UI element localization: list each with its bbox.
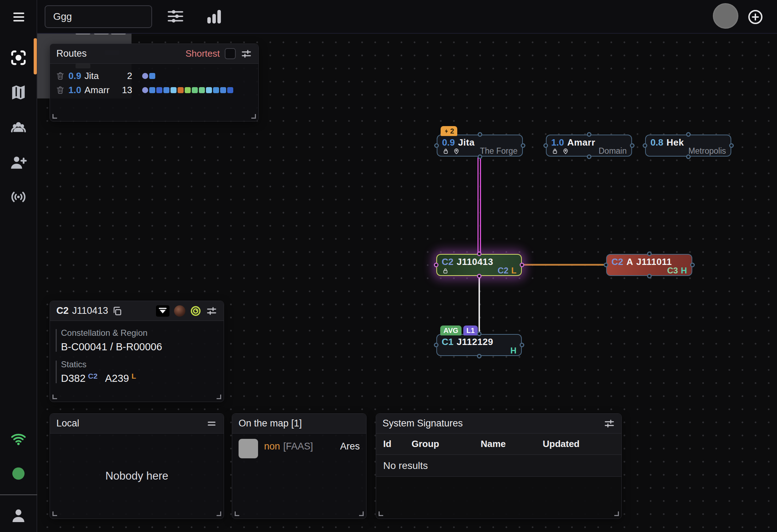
node-region: The Forge <box>480 147 518 155</box>
system-name-label: J110413 <box>72 305 108 316</box>
signatures-header[interactable]: System Signatures <box>376 414 621 434</box>
signatures-column-group[interactable]: Group <box>412 438 481 449</box>
connection-handle[interactable] <box>643 143 647 148</box>
local-menu-icon[interactable] <box>206 418 217 429</box>
signatures-column-id[interactable]: Id <box>383 438 412 449</box>
sidebar-item-map[interactable] <box>10 84 27 101</box>
map-node-hek[interactable]: 0.8 Hek Metropolis <box>645 135 731 157</box>
shortest-label: Shortest <box>185 48 220 59</box>
routes-list: 0.9 Jita 2 1.0 Amarr 13 <box>50 64 258 121</box>
connection-handle[interactable] <box>520 263 524 267</box>
routes-panel: Routes Shortest 0.9 Jita 2 1.0 Amarr 13 <box>50 44 259 121</box>
resize-handle[interactable] <box>217 511 221 516</box>
connection-handle[interactable] <box>434 343 438 347</box>
route-system-name[interactable]: Amarr <box>84 85 110 96</box>
signatures-title: System Signatures <box>382 418 463 429</box>
connection-handle[interactable] <box>477 251 481 256</box>
sidebar <box>0 0 37 532</box>
rings-icon[interactable] <box>190 305 201 317</box>
active-tab-indicator <box>34 38 37 74</box>
connection-handle[interactable] <box>520 343 524 347</box>
sidebar-item-focus[interactable] <box>10 49 27 67</box>
connection-handle[interactable] <box>647 251 652 256</box>
local-panel: Local Nobody here <box>50 413 224 519</box>
triangle-box-icon[interactable] <box>156 305 169 317</box>
connection-handle[interactable] <box>587 132 591 137</box>
map-node-J110413[interactable]: C2 J110413 C2L <box>436 254 522 276</box>
sidebar-item-characters[interactable] <box>10 119 27 137</box>
plus-circle-icon[interactable] <box>747 9 764 26</box>
route-system-name[interactable]: Jita <box>84 70 99 81</box>
route-jump-mark <box>220 87 226 93</box>
chart-icon[interactable] <box>205 6 224 26</box>
local-empty-text: Nobody here <box>50 434 224 519</box>
route-jump-mark <box>156 87 162 93</box>
resize-handle[interactable] <box>359 511 364 516</box>
statics-value: D382C2A239L <box>61 373 218 384</box>
resize-handle[interactable] <box>251 114 256 119</box>
routes-settings-icon[interactable] <box>241 48 252 60</box>
connection-handle[interactable] <box>647 274 652 278</box>
connection-handle[interactable] <box>434 263 438 267</box>
connection-handle[interactable] <box>434 143 439 148</box>
node-badge: AVG <box>440 326 462 335</box>
connection-handle[interactable] <box>477 154 482 159</box>
connection-handle[interactable] <box>630 143 635 148</box>
resize-handle[interactable] <box>217 395 221 399</box>
menu-icon[interactable] <box>11 11 27 23</box>
faction-avatar <box>174 305 185 317</box>
local-panel-header[interactable]: Local <box>50 414 224 434</box>
signatures-column-name[interactable]: Name <box>481 438 543 449</box>
connection-handle[interactable] <box>477 332 481 336</box>
connection-handle[interactable] <box>686 154 691 159</box>
trash-icon[interactable] <box>56 85 65 95</box>
connection-handle[interactable] <box>477 354 481 358</box>
signatures-settings-icon[interactable] <box>604 418 615 429</box>
map-connection[interactable] <box>479 277 480 334</box>
avatar[interactable] <box>713 3 738 29</box>
map-connection[interactable] <box>523 264 606 266</box>
map-connection[interactable] <box>477 157 481 254</box>
person-icon[interactable] <box>10 507 27 525</box>
topbar <box>37 0 777 34</box>
connection-handle[interactable] <box>543 143 548 148</box>
map-node-amarr[interactable]: 1.0 Amarr Domain <box>546 135 632 157</box>
on-the-map-header[interactable]: On the map [1] <box>232 414 366 434</box>
connection-handle[interactable] <box>477 274 481 278</box>
node-class: C2 <box>611 257 623 266</box>
system-settings-icon[interactable] <box>206 305 217 317</box>
connection-handle[interactable] <box>690 263 695 267</box>
connection-handle[interactable] <box>521 143 525 148</box>
resize-handle[interactable] <box>52 395 57 399</box>
system-info-header[interactable]: C2 J110413 <box>50 301 224 321</box>
resize-handle[interactable] <box>52 511 57 516</box>
route-row: 1.0 Amarr 13 <box>50 83 258 97</box>
resize-handle[interactable] <box>235 511 239 516</box>
signatures-column-updated[interactable]: Updated <box>543 438 621 449</box>
shortest-checkbox[interactable] <box>225 48 236 59</box>
connection-handle[interactable] <box>604 263 608 267</box>
sliders-icon[interactable] <box>167 7 184 25</box>
pilot-row[interactable]: non[FAAS] Ares <box>232 434 366 464</box>
node-class: C1 <box>442 337 453 346</box>
sidebar-item-tracking[interactable] <box>10 188 27 206</box>
sidebar-item-add-character[interactable] <box>10 154 27 171</box>
on-the-map-panel: On the map [1] non[FAAS] Ares <box>232 413 367 519</box>
resize-handle[interactable] <box>379 511 383 516</box>
copy-icon[interactable] <box>112 306 122 316</box>
map-name-input[interactable] <box>45 5 152 28</box>
connection-handle[interactable] <box>686 132 691 137</box>
connection-handle[interactable] <box>477 132 482 137</box>
routes-panel-header[interactable]: Routes Shortest <box>50 44 258 64</box>
map-node-jita[interactable]: 2 0.9 Jita The Forge <box>437 135 523 157</box>
wifi-icon <box>10 431 27 447</box>
connection-handle[interactable] <box>587 154 591 159</box>
resize-handle[interactable] <box>52 114 57 119</box>
map-node-J112129[interactable]: AVGL1 C1 J112129 H <box>436 334 522 356</box>
connection-handle[interactable] <box>729 143 734 148</box>
resize-handle[interactable] <box>614 511 619 516</box>
node-name: Amarr <box>567 138 595 147</box>
map-node-J111011[interactable]: C2 A J111011 C3H <box>606 254 692 276</box>
node-class: 1.0 <box>551 138 564 147</box>
trash-icon[interactable] <box>56 71 65 80</box>
